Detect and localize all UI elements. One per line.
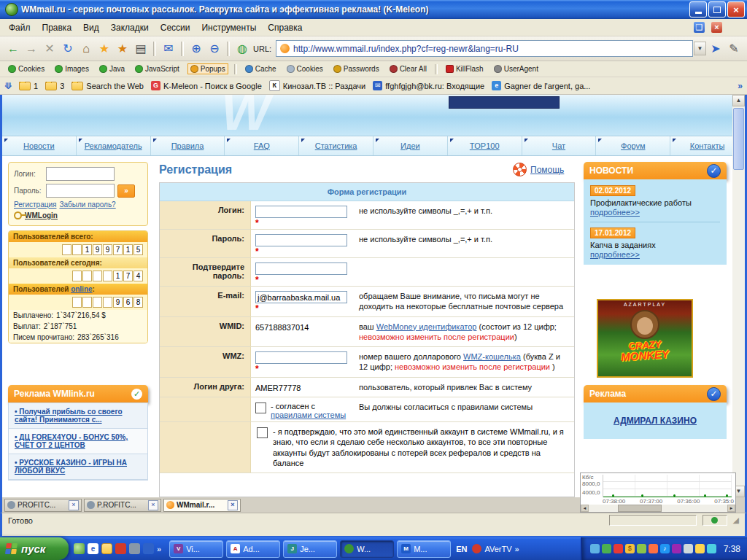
bookmark-folder-3[interactable]: 3 xyxy=(45,82,64,90)
login-submit-button[interactable]: » xyxy=(117,184,135,198)
tray-icon[interactable] xyxy=(649,544,658,553)
start-button[interactable]: пуск xyxy=(0,537,69,560)
login-input[interactable] xyxy=(255,206,347,218)
zoom-in-icon[interactable]: ⊕ xyxy=(187,40,205,58)
toggle-killflash[interactable]: KillFlash xyxy=(444,64,486,74)
tray-icon[interactable] xyxy=(637,544,646,553)
wmlink-ad-2[interactable]: • ДЦ FOREX4YOU - БОНУС 50%, СЧЁТ ОТ 2 ЦЕ… xyxy=(9,429,147,454)
tab-restore-icon[interactable]: ❑ xyxy=(694,22,705,33)
bookmarks-chevron-icon[interactable]: ⟱ xyxy=(4,81,12,91)
quicklaunch-folder-icon[interactable] xyxy=(101,543,112,554)
menu-bookmarks[interactable]: Закладки xyxy=(105,20,155,35)
wmz-input[interactable] xyxy=(255,351,347,364)
tab-profitc-2[interactable]: P.ROFITC... × xyxy=(84,499,161,512)
wmlink-ad-3[interactable]: • РУССКОЕ КАЗИНО - ИГРЫ НА ЛЮБОЙ ВКУС xyxy=(9,454,147,480)
nav-statistics[interactable]: Статистика xyxy=(299,136,374,155)
nav-rules[interactable]: Правила xyxy=(151,136,225,155)
graph-scroll-left-icon[interactable]: ◄ xyxy=(581,505,589,512)
casino-banner-ad[interactable]: AZARTPLAY CRAZY MONKEY xyxy=(597,299,693,378)
page-scrollbar[interactable]: ▲ ▼ xyxy=(732,95,745,497)
taskbar-button-je[interactable]: J Je... xyxy=(283,540,337,558)
bookmark-kinozal[interactable]: ККинозал.ТВ :: Раздачи xyxy=(269,80,365,91)
nav-chat[interactable]: Чат xyxy=(522,136,597,155)
bookmark-mail-inbox[interactable]: ✉ffghfgjgh@bk.ru: Входящие xyxy=(373,81,484,90)
password-input[interactable] xyxy=(255,234,347,246)
sidebar-login-input[interactable] xyxy=(46,167,115,181)
home-icon[interactable]: ⌂ xyxy=(77,40,95,58)
toggle-javascript[interactable]: JavaScript xyxy=(133,64,182,74)
toggle-popups[interactable]: Popups xyxy=(187,63,228,74)
taskbar-button-ad[interactable]: A Ad... xyxy=(226,540,280,558)
nav-advertiser[interactable]: Рекламодатель xyxy=(77,136,151,155)
menu-help[interactable]: Справка xyxy=(262,20,308,35)
quicklaunch-doc-icon[interactable] xyxy=(129,543,140,554)
taskbar-button-m[interactable]: M M... xyxy=(397,540,451,558)
close-button[interactable]: × xyxy=(727,1,745,18)
bookmark-google[interactable]: GK-Meleon - Поиск в Google xyxy=(151,81,262,90)
tray-icon[interactable] xyxy=(684,544,693,553)
quicklaunch-overflow-icon[interactable]: » xyxy=(157,545,161,553)
clear-all[interactable]: Clear All xyxy=(387,64,429,74)
tab-profitc-1[interactable]: PROFITC... × xyxy=(4,499,82,512)
bookmark-gagner[interactable]: eGagner de l'argent, ga... xyxy=(492,81,590,90)
menu-view[interactable]: Вид xyxy=(77,20,105,35)
scroll-up-icon[interactable]: ▲ xyxy=(732,95,745,106)
taskbar-button-wmmail[interactable]: W... xyxy=(340,540,394,558)
mail-icon[interactable]: ✉ xyxy=(160,40,177,58)
tab-close-icon[interactable]: × xyxy=(228,500,238,510)
reload-icon[interactable]: ↻ xyxy=(59,40,77,58)
sidebar-password-input[interactable] xyxy=(46,184,115,198)
bookmark-star-icon[interactable]: ★ xyxy=(96,40,113,58)
zoom-out-icon[interactable]: ⊖ xyxy=(206,40,223,58)
taskbar-overflow-icon[interactable]: » xyxy=(515,545,519,553)
quicklaunch-browser-icon[interactable]: e xyxy=(88,543,98,554)
graph-scrollbar[interactable]: ◄ ► xyxy=(581,505,735,512)
language-indicator[interactable]: EN xyxy=(456,545,467,553)
toggle-java[interactable]: Java xyxy=(97,64,127,74)
toggle-useragent[interactable]: UserAgent xyxy=(492,64,541,74)
menu-tools[interactable]: Инструменты xyxy=(196,20,262,35)
email-input[interactable] xyxy=(255,291,347,303)
tab-close-icon[interactable]: × xyxy=(148,500,158,510)
nav-top100[interactable]: TOP100 xyxy=(448,136,522,155)
agree-rules-checkbox[interactable] xyxy=(255,402,266,413)
online-link[interactable]: online xyxy=(71,285,92,293)
news-more-link[interactable]: подробнее>> xyxy=(590,250,640,259)
news-more-link[interactable]: подробнее>> xyxy=(590,208,640,217)
toggle-images[interactable]: Images xyxy=(53,64,91,74)
tray-icon[interactable] xyxy=(614,544,623,553)
go-icon[interactable]: ➤ xyxy=(707,40,724,58)
url-dropdown-icon[interactable]: ▼ xyxy=(694,42,706,55)
edit-icon[interactable]: ✎ xyxy=(725,40,743,58)
menu-sessions[interactable]: Сессии xyxy=(155,20,196,35)
bookmark-folder-search[interactable]: Search the Web xyxy=(71,82,144,90)
nav-news[interactable]: Новости xyxy=(2,136,77,155)
nav-ideas[interactable]: Идеи xyxy=(374,136,448,155)
single-account-checkbox[interactable] xyxy=(257,427,268,438)
forward-icon[interactable]: → xyxy=(23,40,40,58)
wmlogin-link[interactable]: WMLogin xyxy=(25,211,58,219)
restore-button[interactable] xyxy=(708,1,726,18)
tray-icon[interactable] xyxy=(707,544,716,553)
forgot-password-link[interactable]: Забыли пароль? xyxy=(59,201,115,209)
graph-scroll-right-icon[interactable]: ► xyxy=(727,505,735,512)
clear-passwords[interactable]: Passwords xyxy=(331,64,382,74)
nav-faq[interactable]: FAQ xyxy=(225,136,299,155)
quicklaunch-app-icon[interactable] xyxy=(143,543,154,554)
nav-forum[interactable]: Форум xyxy=(596,136,670,155)
avertv-button[interactable]: AVerTV » xyxy=(472,544,519,553)
translate-globe-icon[interactable]: ◍ xyxy=(233,40,251,58)
wmlink-ad-1[interactable]: • Получай прибыль со своего сайта! Прини… xyxy=(9,403,147,429)
tray-icon[interactable] xyxy=(602,544,611,553)
print-icon[interactable]: ▤ xyxy=(132,40,150,58)
clear-cache[interactable]: Cache xyxy=(243,64,279,74)
url-input[interactable] xyxy=(292,43,691,55)
toggle-cookies[interactable]: Cookies xyxy=(6,64,47,74)
menu-file[interactable]: Файл xyxy=(3,20,36,35)
help-link[interactable]: Помощь xyxy=(530,165,564,175)
taskbar-button-vi[interactable]: V Vi... xyxy=(169,540,223,558)
quicklaunch-kmeleon-icon[interactable] xyxy=(74,543,85,554)
back-icon[interactable]: ← xyxy=(4,40,22,58)
tray-volume-icon[interactable]: ♪ xyxy=(660,544,670,553)
tab-close-icon[interactable]: × xyxy=(69,500,79,510)
